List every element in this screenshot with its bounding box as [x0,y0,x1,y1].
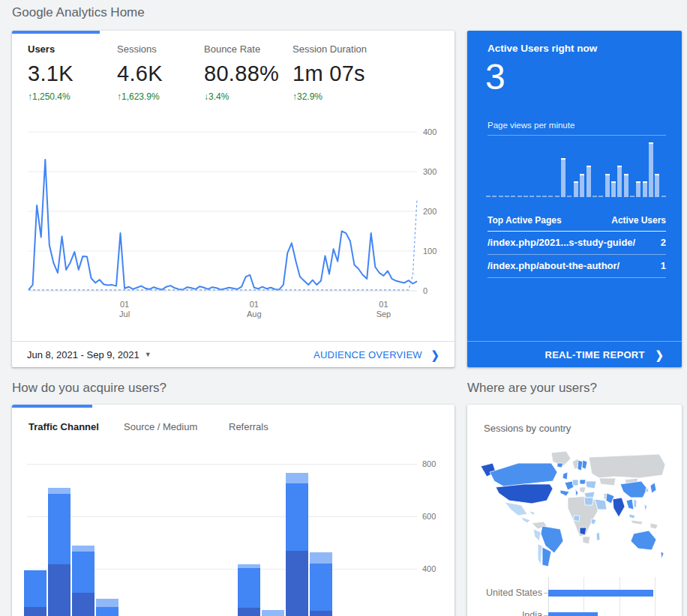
pageviews-bar [624,174,628,198]
bar-segment-medium [310,564,332,611]
stacked-bar [286,473,308,616]
chevron-right-icon: ❯ [431,348,440,360]
table-row[interactable]: /index.php/about-the-author/ 1 [488,255,666,278]
bar-segment-light [310,552,332,564]
country-iceland [557,463,563,468]
bar-segment-light [72,546,94,552]
realtime-card: Active Users right now 3 Page views per … [467,31,682,367]
bar-segment-dark [24,607,46,616]
realtime-title: Active Users right now [488,43,597,54]
stacked-bar [72,546,94,616]
country-madagascar [596,532,600,541]
acquisition-card: Traffic Channel Source / Medium Referral… [12,405,454,616]
bar-segment-medium [72,552,94,593]
table-header: Top Active Pages Active Users [488,215,666,232]
svg-text:100: 100 [423,247,436,256]
pageviews-bar [580,174,584,198]
page-path[interactable]: /index.php/about-the-author/ [488,260,620,271]
country-united-states [496,484,553,504]
bar-segment-medium [286,483,308,551]
country-sessions-bar [548,590,653,597]
pageviews-bar [511,196,515,197]
pageviews-bar [492,196,496,197]
svg-text:0: 0 [423,286,428,295]
real-time-report-button[interactable]: REAL-TIME REPORT ❯ [467,341,682,367]
real-time-report-label: REAL-TIME REPORT [544,349,644,360]
top-active-pages-header: Top Active Pages [488,215,562,226]
metric-label: Users [28,43,117,55]
acquisition-heading: How do you acquire users? [12,381,166,396]
metric-session-duration[interactable]: Session Duration 1m 07s ↑32.9% [292,43,405,102]
sessions-by-country-label: Sessions by country [484,423,571,434]
pageviews-bar [649,142,653,198]
metric-bounce-rate[interactable]: Bounce Rate 80.88% ↓3.4% [204,43,292,102]
axis-tick-label: 400 [422,564,436,573]
svg-text:Aug: Aug [247,309,262,318]
axis-tick-label: 600 [422,512,436,521]
metric-delta: ↑32.9% [292,91,405,102]
table-row[interactable]: /index.php/2021...s-study-guide/ 2 [488,232,666,255]
page-title: Google Analytics Home [12,5,145,20]
bar-segment-dark [238,608,260,616]
axis-tick-label: 800 [422,459,436,468]
gridline [27,464,417,465]
pageviews-bar [592,196,597,197]
page-active-users: 1 [661,260,666,271]
country-argentina [542,547,551,567]
pageviews-bar [542,196,547,197]
country-ukraine [586,481,596,489]
pageviews-bar [518,196,522,197]
country-russia [589,454,665,478]
country-china [620,481,647,498]
users-trend-chart: 400300200100001Jul01Aug01Sep [12,124,454,349]
page-active-users: 2 [661,237,666,248]
country-row: United States [467,582,682,604]
pageviews-bar [611,181,616,197]
overview-card-footer: Jun 8, 2021 - Sep 9, 2021 ▼ AUDIENCE OVE… [12,341,454,367]
country-finland [582,460,587,469]
metric-users[interactable]: Users 3.1K ↑1,250.4% [28,43,117,102]
geo-heading: Where are your users? [467,381,597,396]
pageviews-bar [630,196,634,197]
audience-overview-link[interactable]: AUDIENCE OVERVIEW ❯ [314,349,440,360]
bar-segment-dark [48,564,70,616]
bar-segment-light [48,488,70,494]
country-italy [575,489,578,496]
pageviews-bar [499,196,503,197]
pageviews-bar [530,196,534,197]
pageviews-bar [561,158,566,198]
active-metric-indicator [12,31,100,34]
date-range-selector[interactable]: Jun 8, 2021 - Sep 9, 2021 ▼ [27,349,152,360]
svg-text:Jul: Jul [119,309,130,318]
country-australia [631,531,656,550]
country-angola [580,528,586,535]
pageviews-bar [486,196,490,197]
country-indonesia [631,520,643,525]
country-chile [538,544,542,565]
country-papua [650,523,658,529]
metric-sessions[interactable]: Sessions 4.6K ↑1,623.9% [117,43,204,102]
country-egypt [584,498,593,505]
country-poland [580,480,586,484]
metric-label: Session Duration [292,43,405,55]
page-path[interactable]: /index.php/2021...s-study-guide/ [488,237,635,248]
overview-card: Users 3.1K ↑1,250.4% Sessions 4.6K ↑1,62… [12,31,454,367]
pageviews-bar [586,166,591,197]
bar-segment-dark [286,551,308,616]
country-japan [650,483,656,493]
bar-segment-light [262,610,284,616]
pageviews-bar [662,196,666,197]
metrics-row: Users 3.1K ↑1,250.4% Sessions 4.6K ↑1,62… [28,43,405,102]
stacked-bar [262,610,284,616]
country-row: India [467,604,682,616]
svg-text:01: 01 [379,300,388,309]
bar-segment-dark [310,611,332,616]
acquisition-stacked-chart: 400600800 [12,405,454,616]
active-users-header: Active Users [611,215,666,226]
pageviews-bar [636,181,640,197]
bar-segment-medium [48,494,70,564]
chevron-right-icon: ❯ [656,348,664,360]
bar-segment-medium [96,607,118,616]
metric-value: 3.1K [28,61,117,86]
pageviews-per-minute-chart [486,137,666,197]
